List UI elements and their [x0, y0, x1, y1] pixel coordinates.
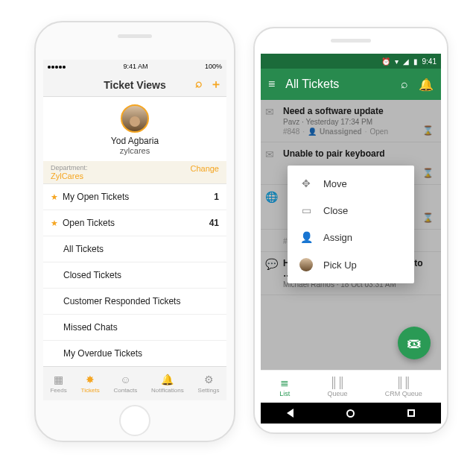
star-icon: ★: [51, 192, 58, 202]
hamburger-icon[interactable]: ≡: [268, 78, 275, 91]
tab-label: Notifications: [151, 387, 184, 394]
menu-item-pickup[interactable]: Pick Up: [288, 251, 414, 279]
department-row: Department: ZylCares Change: [43, 161, 226, 184]
android-status-time: 9:41: [422, 57, 437, 66]
ios-header: Ticket Views ⌕ ＋: [43, 73, 226, 97]
avatar-icon: [299, 258, 313, 271]
signal-dots-icon: [48, 63, 66, 70]
bottom-tab-list[interactable]: ≣List: [279, 377, 290, 397]
ios-status-time: 9:41 AM: [123, 63, 147, 70]
android-app-bar: ≡ All Tickets ⌕ 🔔: [261, 69, 441, 100]
tab-contacts[interactable]: ☺Contacts: [114, 374, 138, 394]
menu-item-assign[interactable]: 👤Assign: [288, 224, 414, 251]
tab-label: Feeds: [50, 387, 66, 394]
tickets-icon: ✸: [86, 374, 95, 385]
tab-label: Tickets: [81, 387, 100, 394]
menu-item-close[interactable]: ▭Close: [288, 197, 414, 224]
android-status-bar: ⏰ ▾ ◢ ▮ 9:41: [261, 54, 441, 69]
ios-screen: 9:41 AM 100% Ticket Views ⌕ ＋ Yod Agbari…: [43, 60, 226, 400]
queue-icon: ║║: [330, 377, 345, 388]
tab-label: Contacts: [114, 387, 138, 394]
assign-icon: 👤: [299, 231, 313, 243]
bottom-tab-label: Queue: [327, 390, 347, 397]
ios-status-bar: 9:41 AM 100%: [43, 60, 226, 73]
view-label: All Tickets: [63, 244, 104, 254]
view-row-all[interactable]: All Tickets: [43, 236, 226, 262]
ios-status-battery: 100%: [205, 63, 222, 70]
bottom-tab-label: CRM Queue: [385, 390, 422, 397]
tab-label: Settings: [198, 387, 220, 394]
crm-queue-icon: ║║: [396, 377, 411, 388]
view-count: 41: [209, 218, 219, 228]
add-icon[interactable]: ＋: [210, 77, 222, 92]
bottom-tab-label: List: [279, 390, 290, 397]
feeds-icon: ▦: [54, 374, 63, 385]
view-count: 1: [214, 192, 219, 202]
tab-settings[interactable]: ⚙Settings: [198, 374, 220, 394]
view-row-my-overdue[interactable]: My Overdue Tickets: [43, 341, 226, 367]
back-icon[interactable]: [287, 409, 293, 418]
menu-label: Close: [323, 205, 348, 216]
view-label: Customer Responded Tickets: [63, 296, 180, 306]
action-menu: ✥Move ▭Close 👤Assign Pick Up: [288, 166, 414, 283]
alarm-icon: ⏰: [381, 57, 390, 66]
gear-icon: ⚙: [204, 374, 214, 385]
search-icon[interactable]: ⌕: [195, 77, 203, 92]
iphone-device: 9:41 AM 100% Ticket Views ⌕ ＋ Yod Agbari…: [34, 21, 235, 442]
avatar[interactable]: [121, 104, 149, 133]
views-list: ★My Open Tickets 1 ★Open Tickets 41 All …: [43, 184, 226, 393]
view-label: Missed Chats: [63, 322, 118, 333]
ticket-plus-icon: 🎟: [407, 335, 422, 352]
view-label: My Open Tickets: [63, 192, 129, 202]
android-screen: ⏰ ▾ ◢ ▮ 9:41 ≡ All Tickets ⌕ 🔔 ✉ Need a …: [261, 54, 441, 424]
tab-tickets[interactable]: ✸Tickets: [81, 374, 100, 394]
wifi-icon: ▾: [395, 57, 399, 66]
menu-label: Move: [323, 178, 347, 189]
bottom-tab-crm-queue[interactable]: ║║CRM Queue: [385, 377, 422, 397]
department-value: ZylCares: [51, 171, 83, 180]
page-title: All Tickets: [285, 78, 390, 91]
menu-item-move[interactable]: ✥Move: [288, 170, 414, 197]
signal-icon: ◢: [403, 57, 409, 66]
list-icon: ≣: [280, 377, 289, 388]
change-department-button[interactable]: Change: [190, 164, 219, 180]
view-row-cust-responded[interactable]: Customer Responded Tickets: [43, 289, 226, 315]
tab-feeds[interactable]: ▦Feeds: [50, 374, 66, 394]
bell-icon[interactable]: 🔔: [419, 78, 434, 92]
ios-tab-bar: ▦Feeds ✸Tickets ☺Contacts 🔔Notifications…: [43, 366, 226, 400]
android-speaker: [331, 39, 371, 43]
move-icon: ✥: [299, 177, 313, 189]
view-label: Open Tickets: [63, 218, 115, 228]
fab-new-ticket[interactable]: 🎟: [398, 327, 431, 359]
view-label: Closed Tickets: [63, 270, 121, 280]
close-ticket-icon: ▭: [299, 204, 313, 216]
view-row-closed[interactable]: Closed Tickets: [43, 262, 226, 289]
search-icon[interactable]: ⌕: [401, 78, 408, 91]
menu-label: Assign: [323, 232, 352, 243]
profile-block: Yod Agbaria zylcares: [43, 97, 226, 161]
tab-notifications[interactable]: 🔔Notifications: [151, 374, 184, 394]
menu-label: Pick Up: [323, 259, 357, 271]
bottom-tab-queue[interactable]: ║║Queue: [327, 377, 347, 397]
department-label: Department:: [51, 164, 88, 171]
view-row-missed-chats[interactable]: Missed Chats: [43, 315, 226, 341]
page-title: Ticket Views: [104, 79, 166, 91]
home-button[interactable]: [119, 405, 150, 436]
view-row-open[interactable]: ★Open Tickets 41: [43, 210, 226, 236]
view-row-my-open[interactable]: ★My Open Tickets 1: [43, 184, 226, 210]
android-bottom-tabs: ≣List ║║Queue ║║CRM Queue: [261, 370, 441, 403]
bell-icon: 🔔: [161, 374, 174, 385]
contacts-icon: ☺: [120, 374, 130, 385]
profile-name: Yod Agbaria: [43, 136, 226, 146]
home-icon[interactable]: [346, 409, 355, 418]
iphone-speaker: [118, 34, 152, 38]
view-label: My Overdue Tickets: [63, 348, 142, 359]
android-nav-bar: [261, 403, 441, 424]
profile-org: zylcares: [43, 146, 226, 155]
star-icon: ★: [51, 218, 58, 228]
battery-icon: ▮: [413, 57, 418, 66]
recents-icon[interactable]: [407, 409, 415, 417]
android-device: ⏰ ▾ ◢ ▮ 9:41 ≡ All Tickets ⌕ 🔔 ✉ Need a …: [253, 27, 448, 434]
